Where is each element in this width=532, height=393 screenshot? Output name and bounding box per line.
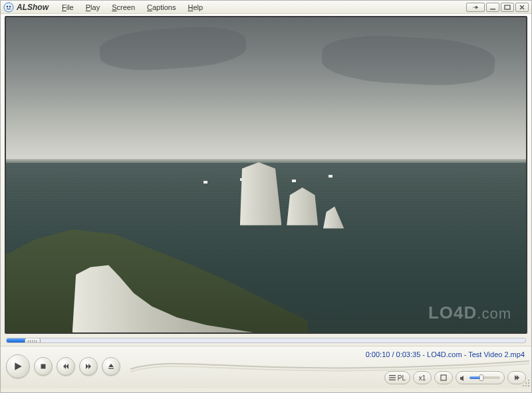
svg-point-12 bbox=[525, 382, 527, 384]
maximize-button[interactable] bbox=[501, 3, 514, 12]
titlebar[interactable]: ALShow File Play Screen Captions Help bbox=[1, 1, 531, 14]
svg-point-11 bbox=[528, 380, 529, 381]
video-content bbox=[6, 17, 526, 332]
svg-rect-7 bbox=[389, 375, 396, 376]
menu-file[interactable]: File bbox=[59, 2, 76, 13]
close-button[interactable] bbox=[515, 3, 529, 12]
next-button[interactable] bbox=[79, 357, 98, 376]
video-area[interactable]: LO4D.com bbox=[5, 16, 527, 334]
pin-button[interactable] bbox=[466, 3, 485, 12]
expand-icon bbox=[440, 374, 447, 381]
svg-point-16 bbox=[528, 385, 529, 386]
playlist-label: PL bbox=[398, 374, 406, 382]
resize-grip[interactable] bbox=[522, 379, 530, 387]
svg-rect-8 bbox=[389, 377, 396, 378]
controls-bar: 0:00:10 / 0:03:35 - LO4D.com - Test Vide… bbox=[1, 346, 531, 388]
seekbar bbox=[6, 336, 526, 344]
svg-point-2 bbox=[9, 5, 11, 7]
svg-rect-3 bbox=[490, 9, 495, 10]
menubar: File Play Screen Captions Help bbox=[59, 2, 466, 13]
transport-controls bbox=[6, 354, 120, 378]
app-icon bbox=[3, 2, 14, 13]
svg-rect-10 bbox=[441, 375, 446, 380]
app-window: ALShow File Play Screen Captions Help bbox=[0, 0, 532, 393]
svg-point-0 bbox=[4, 3, 13, 12]
zoom-label: x1 bbox=[419, 374, 426, 382]
minimize-button[interactable] bbox=[486, 3, 499, 12]
svg-rect-5 bbox=[41, 364, 46, 369]
speaker-icon bbox=[460, 375, 466, 382]
list-icon bbox=[389, 374, 396, 381]
eject-button[interactable] bbox=[102, 357, 120, 376]
svg-rect-6 bbox=[108, 368, 114, 369]
prev-button[interactable] bbox=[57, 357, 75, 376]
svg-rect-4 bbox=[505, 5, 510, 9]
chevron-right-icon bbox=[513, 374, 520, 381]
app-title: ALShow bbox=[17, 3, 49, 12]
svg-rect-9 bbox=[389, 380, 396, 380]
menu-screen[interactable]: Screen bbox=[109, 2, 138, 13]
menu-captions[interactable]: Captions bbox=[144, 2, 178, 13]
zoom-button[interactable]: x1 bbox=[413, 371, 432, 384]
play-button[interactable] bbox=[6, 354, 30, 378]
svg-point-13 bbox=[528, 382, 529, 384]
svg-point-1 bbox=[7, 5, 8, 7]
svg-point-14 bbox=[523, 385, 524, 386]
duration-text: 0:03:35 bbox=[396, 350, 421, 358]
status-text: 0:00:10 / 0:03:35 - LO4D.com - Test Vide… bbox=[366, 350, 525, 358]
fullscreen-button[interactable] bbox=[434, 371, 453, 384]
svg-point-15 bbox=[525, 385, 527, 386]
window-controls bbox=[466, 3, 529, 12]
source-text: LO4D.com bbox=[427, 350, 462, 358]
playlist-button[interactable]: PL bbox=[384, 371, 410, 384]
seek-track[interactable] bbox=[6, 338, 526, 343]
volume-control[interactable] bbox=[456, 371, 505, 384]
right-controls: PL x1 bbox=[384, 371, 526, 384]
position-text: 0:00:10 bbox=[366, 350, 390, 358]
seek-thumb[interactable] bbox=[25, 338, 41, 343]
menu-help[interactable]: Help bbox=[185, 2, 205, 13]
menu-play[interactable]: Play bbox=[83, 2, 102, 13]
filename-text: Test Video 2.mp4 bbox=[468, 350, 525, 358]
volume-track[interactable] bbox=[469, 376, 500, 379]
stop-button[interactable] bbox=[34, 357, 53, 376]
volume-thumb[interactable] bbox=[479, 374, 483, 381]
